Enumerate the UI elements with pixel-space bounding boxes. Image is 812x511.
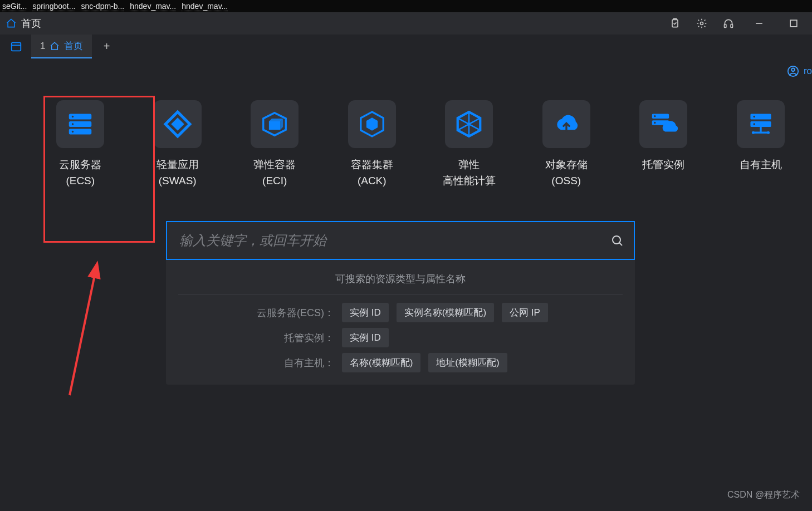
cluster-icon xyxy=(357,109,387,139)
window-minimize[interactable] xyxy=(750,16,769,31)
server-icon xyxy=(65,109,95,139)
user-name: ro xyxy=(804,66,812,77)
tile-sublabel: 高性能计算 xyxy=(443,173,496,189)
tab-strip: 1 首页 + xyxy=(0,35,812,59)
gear-icon[interactable] xyxy=(696,18,707,29)
panel-toggle-icon[interactable] xyxy=(4,35,28,58)
attr-chip[interactable]: 实例 ID xyxy=(342,328,389,347)
svg-rect-6 xyxy=(12,42,21,51)
svg-point-29 xyxy=(613,236,620,244)
headphones-icon[interactable] xyxy=(723,18,734,29)
search-attribute-rows: 云服务器(ECS)： 实例 ID 实例名称(模糊匹配) 公网 IP 托管实例： … xyxy=(178,303,623,372)
svg-rect-2 xyxy=(725,24,726,28)
svg-point-26 xyxy=(752,131,755,134)
tile-label: 云服务器 xyxy=(59,159,101,170)
service-tiles: 云服务器(ECS) 轻量应用(SWAS) 弹性容器(ECI) 容器集群(ACK)… xyxy=(49,100,792,189)
tile-label: 容器集群 xyxy=(351,159,393,170)
svg-point-1 xyxy=(701,22,703,25)
attr-chip[interactable]: 公网 IP xyxy=(502,303,548,322)
main-content: 云服务器(ECS) 轻量应用(SWAS) 弹性容器(ECI) 容器集群(ACK)… xyxy=(0,83,812,385)
tile-label: 对象存储 xyxy=(545,159,588,170)
tile-label: 自有主机 xyxy=(740,159,782,170)
home-icon xyxy=(50,41,60,51)
svg-point-15 xyxy=(72,131,74,132)
window-maximize[interactable] xyxy=(784,16,803,31)
host-cloud-icon xyxy=(648,109,678,139)
tile-hpc[interactable]: 弹性高性能计算 xyxy=(438,100,501,189)
attr-key: 云服务器(ECS)： xyxy=(178,306,334,320)
search-box[interactable] xyxy=(166,221,635,260)
user-account[interactable]: ro xyxy=(0,59,812,83)
tile-sublabel: (ECS) xyxy=(59,173,101,189)
tile-label: 弹性容器 xyxy=(253,159,296,170)
user-icon xyxy=(787,65,799,77)
clipboard-icon[interactable] xyxy=(669,18,681,29)
tile-ack[interactable]: 容器集群(ACK) xyxy=(341,100,404,189)
attr-row: 托管实例： 实例 ID xyxy=(178,328,623,347)
svg-point-13 xyxy=(72,116,74,117)
title-home[interactable]: 首页 xyxy=(6,17,41,30)
tile-sublabel: (SWAS) xyxy=(156,173,199,189)
tile-label: 弹性 xyxy=(458,159,480,170)
cube-icon xyxy=(260,109,290,139)
svg-point-27 xyxy=(767,131,770,134)
home-icon xyxy=(6,18,17,29)
svg-point-19 xyxy=(654,122,656,124)
svg-point-23 xyxy=(753,123,755,125)
tile-sublabel: (ACK) xyxy=(351,173,393,189)
os-window-tabs: seGit... springboot... snc-dpm-b... hnde… xyxy=(0,0,812,12)
tile-oss[interactable]: 对象存储(OSS) xyxy=(535,100,598,189)
title-actions xyxy=(669,16,806,31)
diamond-icon xyxy=(163,109,193,139)
attr-chip[interactable]: 实例 ID xyxy=(342,303,389,322)
svg-point-14 xyxy=(72,123,74,125)
svg-line-30 xyxy=(619,243,622,245)
attr-chip[interactable]: 实例名称(模糊匹配) xyxy=(397,303,494,322)
tile-own-host[interactable]: 自有主机 xyxy=(730,100,793,173)
tile-label: 托管实例 xyxy=(642,159,684,170)
annotation-arrow xyxy=(58,256,109,401)
title-bar: 首页 xyxy=(0,12,812,35)
search-input[interactable] xyxy=(179,233,610,248)
tile-eci[interactable]: 弹性容器(ECI) xyxy=(243,100,306,189)
attr-row: 自有主机： 名称(模糊匹配) 地址(模糊匹配) xyxy=(178,353,623,372)
tile-managed-instance[interactable]: 托管实例 xyxy=(632,100,695,173)
cloud-up-icon xyxy=(551,109,581,139)
search-panel-title: 可搜索的资源类型与属性名称 xyxy=(178,272,623,295)
attr-chip[interactable]: 名称(模糊匹配) xyxy=(342,353,420,372)
attr-row: 云服务器(ECS)： 实例 ID 实例名称(模糊匹配) 公网 IP xyxy=(178,303,623,322)
os-tab[interactable]: seGit... xyxy=(2,2,27,11)
tile-swas[interactable]: 轻量应用(SWAS) xyxy=(146,100,209,189)
tab-home[interactable]: 1 首页 xyxy=(31,35,92,58)
os-tab[interactable]: hndev_mav... xyxy=(130,2,176,11)
svg-point-18 xyxy=(654,115,656,117)
rack-icon xyxy=(746,109,776,139)
os-tab[interactable]: springboot... xyxy=(32,2,75,11)
svg-point-22 xyxy=(753,116,755,117)
search-icon[interactable] xyxy=(610,234,624,247)
tile-sublabel: (ECI) xyxy=(253,173,296,189)
tab-number: 1 xyxy=(40,41,45,52)
title-home-label: 首页 xyxy=(21,17,41,30)
tile-sublabel: (OSS) xyxy=(545,173,588,189)
search-panel: 可搜索的资源类型与属性名称 云服务器(ECS)： 实例 ID 实例名称(模糊匹配… xyxy=(166,221,635,385)
tile-label: 轻量应用 xyxy=(156,159,199,170)
os-tab[interactable]: snc-dpm-b... xyxy=(81,2,124,11)
svg-line-28 xyxy=(70,267,96,395)
tab-add[interactable]: + xyxy=(95,35,118,58)
hex-icon xyxy=(454,109,484,139)
tile-ecs[interactable]: 云服务器(ECS) xyxy=(49,100,112,189)
attr-key: 托管实例： xyxy=(178,331,334,345)
svg-rect-3 xyxy=(731,24,732,28)
attr-key: 自有主机： xyxy=(178,356,334,370)
svg-rect-5 xyxy=(790,20,797,27)
tab-label: 首页 xyxy=(64,40,83,52)
svg-point-9 xyxy=(791,68,795,72)
os-tab[interactable]: hndev_mav... xyxy=(182,2,228,11)
watermark: CSDN @程序艺术 xyxy=(727,489,800,501)
attr-chip[interactable]: 地址(模糊匹配) xyxy=(428,353,507,372)
